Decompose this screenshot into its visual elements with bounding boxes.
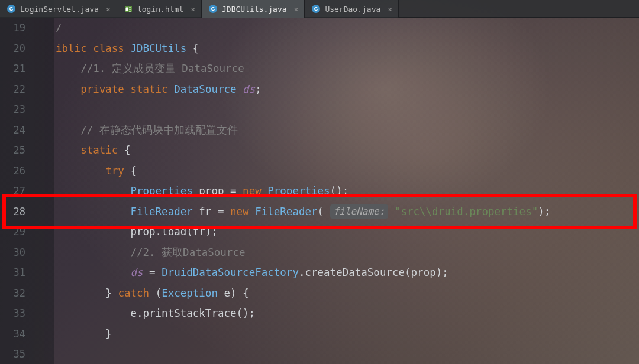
line-number: 29 xyxy=(0,222,25,242)
parameter-hint: fileName: xyxy=(330,204,389,219)
line-number: 22 xyxy=(0,79,25,100)
svg-text:C: C xyxy=(9,6,14,12)
line-number: 24 xyxy=(0,120,25,141)
line-number: 25 xyxy=(0,140,25,161)
line-number: 35 xyxy=(0,344,25,364)
line-number: 34 xyxy=(0,324,25,344)
tab-login-servlet[interactable]: C LoginServlet.java × xyxy=(0,0,117,18)
line-number: 33 xyxy=(0,303,25,324)
code-editor[interactable]: 1920212223242526272829303132333435 / ibl… xyxy=(0,18,639,364)
line-number: 30 xyxy=(0,242,25,263)
svg-text:C: C xyxy=(314,6,318,12)
svg-text:C: C xyxy=(211,6,215,12)
line-number: 28 xyxy=(0,202,25,222)
tab-jdbc-utils[interactable]: C JDBCUtils.java × xyxy=(202,0,305,18)
close-icon[interactable]: × xyxy=(106,5,111,13)
tab-user-dao[interactable]: C UserDao.java × xyxy=(305,0,399,18)
close-icon[interactable]: × xyxy=(388,5,392,13)
line-number: 21 xyxy=(0,58,25,79)
line-number: 32 xyxy=(0,283,25,304)
close-icon[interactable]: × xyxy=(191,5,195,13)
java-file-icon: C xyxy=(312,5,320,13)
line-number: 26 xyxy=(0,161,25,181)
source-code[interactable]: / iblic class JDBCUtils { //1. 定义成员变量 Da… xyxy=(56,18,550,344)
tab-label: JDBCUtils.java xyxy=(222,5,287,14)
code-column[interactable]: / iblic class JDBCUtils { //1. 定义成员变量 Da… xyxy=(34,18,550,364)
java-file-icon: C xyxy=(7,5,15,13)
fold-strip xyxy=(34,18,44,364)
html-file-icon xyxy=(124,5,133,13)
tab-login-html[interactable]: login.html × xyxy=(117,0,202,18)
line-number: 27 xyxy=(0,181,25,202)
editor-tabbar: C LoginServlet.java × login.html × C JDB… xyxy=(0,0,639,18)
line-number: 31 xyxy=(0,262,25,283)
tab-label: login.html xyxy=(137,5,183,14)
line-number-gutter: 1920212223242526272829303132333435 xyxy=(0,18,34,364)
close-icon[interactable]: × xyxy=(294,5,299,13)
tab-label: UserDao.java xyxy=(325,5,380,14)
tab-label: LoginServlet.java xyxy=(20,5,99,14)
line-number: 19 xyxy=(0,18,25,38)
line-number: 23 xyxy=(0,99,25,120)
line-number: 20 xyxy=(0,38,25,59)
java-file-icon: C xyxy=(209,5,217,13)
